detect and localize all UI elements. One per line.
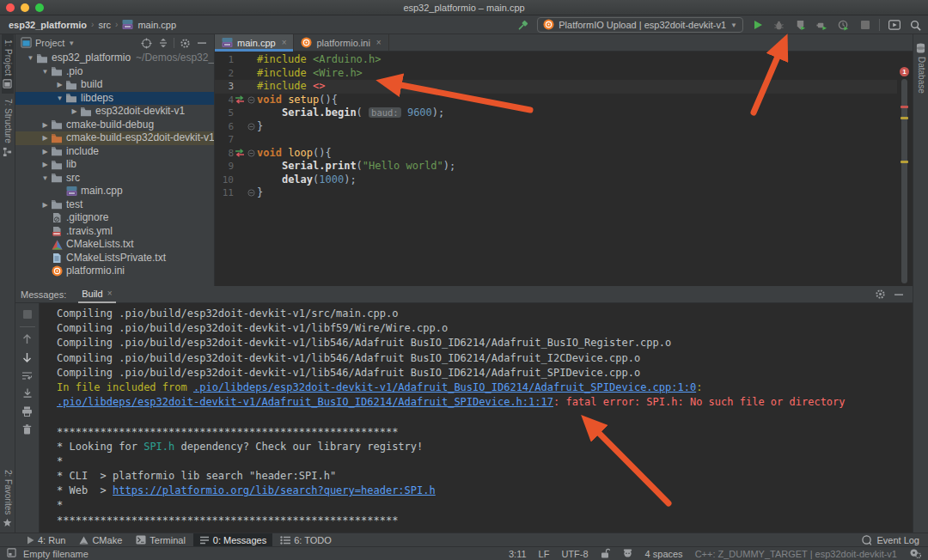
gear-badge-icon[interactable] [909,548,921,560]
tree-row[interactable]: ▼libdeps [15,92,214,106]
run-with-profiler-button[interactable] [836,18,851,33]
file-link[interactable]: .pio/libdeps/esp32doit-devkit-v1/Adafrui… [57,396,553,408]
run-configuration-select[interactable]: PlatformIO Upload | esp32doit-devkit-v1 … [537,17,743,33]
tree-expand-icon[interactable]: ▶ [40,158,50,172]
tool-stripe-button[interactable]: 7: Structure [2,94,14,161]
tree-expand-icon[interactable]: ▼ [55,92,64,106]
tree-expand-icon[interactable]: ▼ [40,65,50,79]
tree-row[interactable]: ▶test [15,198,214,212]
tree-row[interactable]: ▼esp32_platformio~/Demos/esp32_platform [15,52,214,65]
tree-row[interactable]: ▶esp32doit-devkit-v1 [15,105,214,119]
build-hammer-icon[interactable] [516,18,530,33]
code-line[interactable]: 10 delay(1000); [215,173,897,187]
file-encoding[interactable]: UTF-8 [561,549,588,559]
close-icon[interactable]: × [282,38,287,47]
debug-button[interactable] [772,18,786,33]
file-link[interactable]: .pio/libdeps/esp32doit-devkit-v1/Adafrui… [193,381,696,393]
tool-stripe-button[interactable]: 1: Project [2,34,14,94]
tree-row[interactable]: main.cpp [15,185,214,198]
toolwindow-button-6-todo[interactable]: 6: TODO [274,533,338,547]
tree-row[interactable]: .travis.yml [15,225,214,239]
tree-row[interactable]: ▶lib [15,158,214,172]
fold-marker-icon[interactable] [246,120,257,134]
warning-stripe-mark[interactable] [901,161,908,163]
code-line[interactable]: 1#include <Arduino.h> [215,53,897,67]
caret-position[interactable]: 3:11 [509,549,527,559]
inspection-error-badge[interactable]: 1 [900,67,909,76]
editor-tab[interactable]: platformio.ini× [294,34,388,51]
hide-panel-icon[interactable] [195,36,209,50]
tree-row[interactable]: ▼src [15,172,214,186]
print-icon[interactable] [21,405,34,417]
file-link[interactable]: https://platformio.org/lib/search?query=… [113,484,436,496]
code-line[interactable]: 4void setup(){ [215,94,897,107]
code-line[interactable]: 6} [215,120,897,134]
search-everywhere-icon[interactable] [908,18,923,33]
down-arrow-icon[interactable] [21,351,34,363]
tree-row[interactable]: ▶cmake-build-debug [15,119,214,132]
breadcrumb-item[interactable]: src [98,20,111,30]
gear-icon[interactable] [873,288,887,301]
editor-scrollbar[interactable]: 1 [897,52,913,286]
close-icon[interactable]: × [376,38,382,47]
up-arrow-icon[interactable] [21,333,34,345]
indent-setting[interactable]: 4 spaces [645,549,683,559]
tree-row[interactable]: CMakeListsPrivate.txt [15,252,214,265]
tool-stripe-button[interactable]: Database [915,38,927,99]
soft-wrap-icon[interactable] [21,369,34,381]
scroll-to-end-icon[interactable] [21,387,34,399]
run-button[interactable] [750,18,765,33]
toolwindow-button-cmake[interactable]: CMake [73,533,128,547]
tree-expand-icon[interactable]: ▼ [26,52,35,65]
editor-tab[interactable]: main.cpp× [215,34,294,51]
chevron-down-icon[interactable]: ▼ [68,40,75,47]
toolwindow-button-4-run[interactable]: 4: Run [21,533,71,547]
tree-row[interactable]: ▼.pio [15,65,214,79]
hide-panel-icon[interactable] [892,288,906,301]
tool-stripe-button[interactable]: 2: Favorites [2,465,14,533]
toolwindow-button-0-messages[interactable]: 0: Messages [193,533,272,547]
clear-all-icon[interactable] [21,423,34,435]
highlighting-level-icon[interactable] [622,548,633,560]
toolwindow-button-terminal[interactable]: Terminal [130,533,192,547]
editor-code-area[interactable]: 1#include <Arduino.h>2#include <Wire.h>3… [215,52,897,286]
tree-expand-icon[interactable]: ▶ [55,78,64,92]
gear-icon[interactable] [178,36,192,50]
fold-marker-icon[interactable] [246,94,257,107]
tree-row[interactable]: ▶build [15,78,214,92]
lock-icon[interactable] [601,548,610,560]
run-with-coverage-button[interactable] [793,18,808,33]
project-view-title[interactable]: Project [35,38,64,48]
line-separator[interactable]: LF [539,549,550,559]
warning-stripe-mark[interactable] [901,117,908,119]
run-anything-button[interactable] [887,18,901,33]
tree-expand-icon[interactable]: ▶ [70,105,79,119]
collapse-all-icon[interactable] [156,36,170,50]
fold-marker-icon[interactable] [246,147,257,161]
code-line[interactable]: 2#include <Wire.h> [215,67,897,81]
attach-profiler-button[interactable] [815,18,829,33]
tree-expand-icon[interactable]: ▼ [40,172,50,186]
code-line[interactable]: 11} [215,186,897,200]
tree-row[interactable]: CMakeLists.txt [15,238,214,252]
locate-file-icon[interactable] [139,36,153,50]
tree-expand-icon[interactable]: ▶ [40,131,50,145]
build-tab[interactable]: Build × [78,286,115,303]
code-line[interactable]: 3#include <> [215,80,897,94]
code-line[interactable]: 8void loop(){ [215,147,897,161]
breadcrumb-item[interactable]: esp32_platformio [9,20,87,30]
tree-row[interactable]: ▶cmake-build-esp32doit-devkit-v1 [15,131,214,145]
tree-row[interactable]: platformio.ini [15,265,214,278]
toolwindow-toggle-icon[interactable] [7,548,16,559]
breadcrumb-item[interactable]: main.cpp [137,20,176,30]
event-log-button[interactable]: Event Log [862,535,919,545]
tree-row[interactable]: .gitignore [15,211,214,225]
code-line[interactable]: 5 Serial.begin( baud: 9600); [215,107,897,120]
error-stripe-mark[interactable] [901,106,908,108]
tree-row[interactable]: ▶include [15,145,214,159]
code-line[interactable]: 9 Serial.print("Hello world"); [215,160,897,173]
tree-expand-icon[interactable]: ▶ [40,198,50,212]
code-line[interactable]: 7 [215,133,897,147]
fold-marker-icon[interactable] [246,186,257,200]
stop-button[interactable] [858,18,872,33]
